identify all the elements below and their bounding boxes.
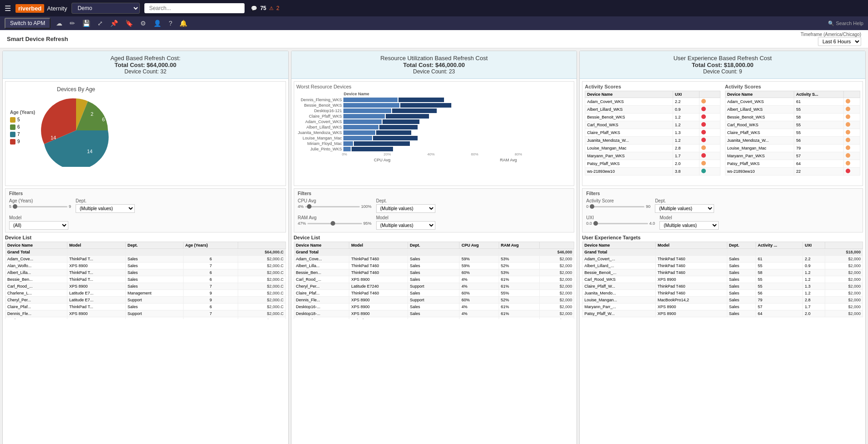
bar-tracks <box>343 98 444 102</box>
ux-table-row[interactable]: Grand Total$18,000 <box>582 249 863 256</box>
bar-row: Miriam_Floyd_Mac <box>296 141 572 146</box>
ux-table-row[interactable]: Albert_Lillard_...ThinkPad T460Sales550.… <box>582 263 863 269</box>
ux-table-row[interactable]: Juanita_Mendo...ThinkPad T460Sales561.2$… <box>582 290 863 297</box>
resource-table-row[interactable]: Dennis_Fle...XPS 8900Support60%52%$2,000 <box>294 297 574 304</box>
ux-total-cost: Total Cost: $18,000.00 <box>584 62 861 68</box>
aged-table-row[interactable]: Alan_Wolfo...XPS 8900Sales7$2,000.C <box>5 263 286 269</box>
resource-table-row[interactable]: Albert_Lilla...ThinkPad T460Sales59%52%$… <box>294 263 574 269</box>
res-th-ram: RAM Avg <box>499 242 539 249</box>
ux-th-dept: Dept. <box>727 242 756 249</box>
save-icon[interactable]: 💾 <box>81 19 92 28</box>
resource-filter-cpu: CPU Avg 4% 100% <box>298 198 372 209</box>
ux-table-row[interactable]: Carl_Rood_WKSXPS 8900Sales551.2$2,000 <box>582 276 863 283</box>
ux-table-row[interactable]: Louise_Mangan...MacBookPro14,2Sales792.8… <box>582 297 863 304</box>
resource-table-row[interactable]: Desktop18-...XPS 8900Sales4%61%$2,000 <box>294 310 574 317</box>
ux-table-wrapper[interactable]: Device Name Model Dept. Activity ... UXI… <box>582 242 863 317</box>
resource-table-row[interactable]: Desktop16-...XPS 8900Sales4%61%$2,000 <box>294 304 574 310</box>
bar-row: Adam_Covert_WKS <box>296 119 572 124</box>
ux-table-body: Grand Total$18,000Adam_Covert_...ThinkPa… <box>582 249 863 317</box>
resource-model-select[interactable]: (Multiple values) <box>376 221 435 230</box>
ux-th-uxi: UXI <box>803 242 825 249</box>
resource-table-row[interactable]: Jesse_Cha...Latitude E7240Manageme...4%6… <box>294 317 574 320</box>
aged-table-wrapper[interactable]: Device Name Model Dept. Age (Years) Gran… <box>5 242 286 319</box>
timeframe-select[interactable]: Last 6 Hours <box>818 37 861 46</box>
user-icon[interactable]: 👤 <box>152 19 163 28</box>
resource-panel-header: Resource Utilization Based Refresh Cost … <box>291 51 577 79</box>
search-help[interactable]: 🔍 Search Help <box>828 21 863 26</box>
bar-device-label: Albert_Lillard_WKS <box>296 125 342 129</box>
ux-table-row[interactable]: Adam_Covert_...ThinkPad T460Sales612.2$2… <box>582 256 863 263</box>
brand-name: Aternity <box>47 5 67 12</box>
pin-icon[interactable]: 📌 <box>108 19 120 28</box>
aged-model-select[interactable]: (All) <box>9 221 68 230</box>
bar-cpu <box>343 108 391 113</box>
bar-device-label: Miriam_Floyd_Mac <box>296 141 342 146</box>
expand-icon[interactable]: ⤢ <box>96 19 105 28</box>
resource-table-wrapper[interactable]: Device Name Model Dept. CPU Avg RAM Avg … <box>294 242 575 319</box>
bar-tracks <box>343 147 393 151</box>
aged-table: Device Name Model Dept. Age (Years) Gran… <box>5 242 286 319</box>
ux-panel: User Experience Based Refresh Cost Total… <box>579 51 866 444</box>
bar-device-label: Claire_Pfaff_WKS <box>296 114 342 119</box>
aged-table-row[interactable]: Desktop16-...XPS 8900Support7$2,000.C <box>5 317 286 320</box>
ux-model-select[interactable]: (Multiple values) <box>659 221 719 230</box>
aged-age-label: Age (Years) <box>9 198 71 203</box>
aged-table-row[interactable]: Carl_Rood_...XPS 8900Sales7$2,000.C <box>5 283 286 290</box>
resource-table-row[interactable]: Carl_Rood_...XPS 8900Sales4%61%$2,000 <box>294 276 574 283</box>
scores-right-section: Activity Scores Device Name Activity S..… <box>725 84 860 176</box>
resource-cpu-label: CPU Avg <box>298 198 372 203</box>
ux-device-count: Device Count: 9 <box>584 68 861 75</box>
resource-device-list: Device List Device Name Model Dept. CPU … <box>294 235 575 444</box>
settings-icon[interactable]: ⚙ <box>138 19 148 28</box>
upload-icon[interactable]: ☁ <box>54 19 64 28</box>
resource-ram-slider[interactable] <box>307 223 362 224</box>
bar-ram <box>352 147 393 151</box>
aged-table-row[interactable]: Charlene_L...Latitude E7...Management9$2… <box>5 290 286 297</box>
resource-model-label: Model <box>376 215 435 220</box>
bar-cpu <box>343 119 382 124</box>
aged-table-row[interactable]: Adam_Cove...ThinkPad T...Sales6$2,000.C <box>5 256 286 263</box>
resource-table-row[interactable]: Cheryl_Per...Latitude E7240Support4%61%$… <box>294 283 574 290</box>
aged-th-age: Age (Years) <box>183 242 238 249</box>
ux-table-row[interactable]: Claire_Pfaff_W...ThinkPad T460Sales551.3… <box>582 283 863 290</box>
score-right-row: ws-21893ew1022 <box>725 168 860 176</box>
aged-dept-select[interactable]: (Multiple values) <box>76 204 135 213</box>
edit-icon[interactable]: ✏ <box>68 19 77 28</box>
switch-apm-button[interactable]: Switch to APM <box>5 18 51 29</box>
hamburger-icon[interactable]: ☰ <box>5 4 11 13</box>
bar-ram <box>354 141 410 146</box>
aged-table-row[interactable]: Claire_Pfaf...ThinkPad T...Sales6$2,000.… <box>5 304 286 310</box>
ux-table-row[interactable]: Bessie_Benoit_...ThinkPad T460Sales581.2… <box>582 269 863 276</box>
aged-table-body: Grand Total$64,000.CAdam_Cove...ThinkPad… <box>5 249 286 320</box>
resource-table-row[interactable]: Adam_Cove...ThinkPad T460Sales59%53%$2,0… <box>294 256 574 263</box>
aged-table-row[interactable]: Bessie_Ben...ThinkPad T...Sales6$2,000.C <box>5 276 286 283</box>
resource-cpu-slider[interactable] <box>305 206 360 207</box>
alert-icon: ⚠ <box>269 5 274 11</box>
score-right-row: Louise_Mangan_Mac79 <box>725 145 860 152</box>
score-left-row: Maryann_Parr_WKS1.7 <box>585 152 720 160</box>
ux-table-row[interactable]: Maryann_Parr_...XPS 8900Sales571.7$2,000 <box>582 304 863 310</box>
resource-table-row[interactable]: Bessie_Ben...ThinkPad T460Sales60%53%$2,… <box>294 269 574 276</box>
aged-table-row[interactable]: Cheryl_Per...Latitude E7...Support9$2,00… <box>5 297 286 304</box>
resource-dept-select[interactable]: (Multiple values) <box>376 204 435 213</box>
resource-table-row[interactable]: Grand Total$46,000 <box>294 249 574 256</box>
aged-table-row[interactable]: Grand Total$64,000.C <box>5 249 286 256</box>
demo-selector[interactable]: Demo <box>71 3 140 14</box>
aged-table-row[interactable]: Dennis_Fle...XPS 8900Support7$2,000.C <box>5 310 286 317</box>
bar-cpu <box>343 103 399 108</box>
ux-activity-slider[interactable] <box>590 206 644 207</box>
ux-dept-select[interactable]: (Multiple values) <box>655 204 714 213</box>
ux-uxi-slider[interactable] <box>593 223 648 224</box>
ux-table-row[interactable]: Patsy_Pfaff_W...XPS 8900Sales642.0$2,000 <box>582 310 863 317</box>
ux-activity-max: 90 <box>646 204 650 209</box>
score-left-row: ws-21893ew103.8 <box>585 168 720 176</box>
search-input[interactable] <box>144 3 245 13</box>
resource-table-row[interactable]: Claire_Pfaf...ThinkPad T460Sales60%55%$2… <box>294 290 574 297</box>
scores-left-header: Device Name UXI <box>585 91 720 98</box>
bell-icon[interactable]: 🔔 <box>178 19 189 28</box>
bar-cpu <box>343 141 353 146</box>
aged-age-slider[interactable] <box>13 206 67 207</box>
help-icon[interactable]: ? <box>167 19 174 28</box>
aged-table-row[interactable]: Albert_Lilla...ThinkPad T...Sales6$2,000… <box>5 269 286 276</box>
bookmark-icon[interactable]: 🔖 <box>123 19 135 28</box>
